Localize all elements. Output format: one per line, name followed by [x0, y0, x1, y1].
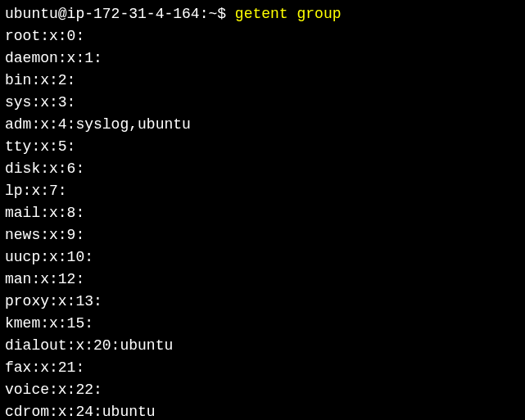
output-line: root:x:0: — [5, 28, 84, 44]
terminal[interactable]: ubuntu@ip-172-31-4-164:~$ getent group r… — [0, 0, 525, 420]
output-line: uucp:x:10: — [5, 249, 93, 265]
output-line: kmem:x:15: — [5, 315, 93, 332]
output-line: man:x:12: — [5, 271, 84, 287]
output-line: dialout:x:20:ubuntu — [5, 337, 173, 354]
output-line: cdrom:x:24:ubuntu — [5, 404, 156, 420]
command-text: getent group — [235, 6, 342, 22]
output-line: proxy:x:13: — [5, 293, 102, 309]
output-line: lp:x:7: — [5, 183, 67, 199]
output-line: disk:x:6: — [5, 160, 84, 177]
output-line: bin:x:2: — [5, 72, 75, 88]
output-line: daemon:x:1: — [5, 50, 102, 66]
output-line: voice:x:22: — [5, 382, 102, 398]
shell-prompt: ubuntu@ip-172-31-4-164:~$ — [5, 6, 235, 22]
output-line: fax:x:21: — [5, 359, 84, 376]
output-line: mail:x:8: — [5, 205, 84, 221]
output-line: adm:x:4:syslog,ubuntu — [5, 116, 191, 133]
output-line: sys:x:3: — [5, 94, 75, 111]
output-line: tty:x:5: — [5, 138, 75, 155]
output-line: news:x:9: — [5, 227, 84, 243]
